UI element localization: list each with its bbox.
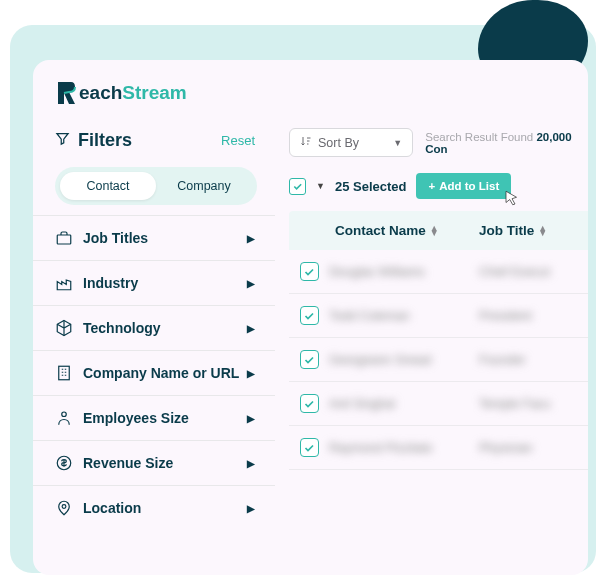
table-header: Contact Name ▲▼ Job Title ▲▼ <box>289 211 588 250</box>
table-row[interactable]: Todd Coleman President <box>289 294 588 338</box>
chevron-right-icon: ▶ <box>247 458 255 469</box>
cube-icon <box>55 319 73 337</box>
sort-arrows-icon: ▲▼ <box>538 226 547 236</box>
sort-label: Sort By <box>318 136 359 150</box>
svg-rect-1 <box>59 366 70 380</box>
filter-icon <box>55 130 70 151</box>
filter-label: Employees Size <box>83 410 189 426</box>
filter-company-name[interactable]: Company Name or URL ▶ <box>33 350 275 395</box>
tab-company[interactable]: Company <box>156 172 252 200</box>
selected-count: 25 Selected <box>335 179 407 194</box>
logo-text-1: each <box>79 82 122 104</box>
contact-name: Todd Coleman <box>329 309 479 323</box>
job-title: Physician <box>479 441 588 455</box>
pin-icon <box>55 499 73 517</box>
contact-name: Anil Singhal <box>329 397 479 411</box>
filter-label: Location <box>83 500 141 516</box>
building-icon <box>55 364 73 382</box>
app-panel: eachStream Filters Reset Contact Company <box>33 60 588 575</box>
select-dropdown-caret[interactable]: ▼ <box>316 181 325 191</box>
tab-contact[interactable]: Contact <box>60 172 156 200</box>
job-title: Founder <box>479 353 588 367</box>
filter-label: Technology <box>83 320 161 336</box>
sort-arrows-icon: ▲▼ <box>430 226 439 236</box>
job-title: Temple Facu <box>479 397 588 411</box>
row-checkbox[interactable] <box>300 438 319 457</box>
filter-industry[interactable]: Industry ▶ <box>33 260 275 305</box>
row-checkbox[interactable] <box>300 350 319 369</box>
contact-name: Douglas Williams <box>329 265 479 279</box>
sort-by-dropdown[interactable]: Sort By ▼ <box>289 128 413 157</box>
logo-mark-icon <box>55 80 77 106</box>
cursor-icon <box>503 189 521 209</box>
table-row[interactable]: Anil Singhal Temple Facu <box>289 382 588 426</box>
filter-employees-size[interactable]: Employees Size ▶ <box>33 395 275 440</box>
filter-label: Revenue Size <box>83 455 173 471</box>
brand-logo: eachStream <box>55 80 588 106</box>
table-row[interactable]: Georgeann Snead Founder <box>289 338 588 382</box>
filter-label: Job Titles <box>83 230 148 246</box>
svg-rect-0 <box>57 235 71 244</box>
filter-location[interactable]: Location ▶ <box>33 485 275 530</box>
dollar-icon <box>55 454 73 472</box>
filter-revenue-size[interactable]: Revenue Size ▶ <box>33 440 275 485</box>
chevron-right-icon: ▶ <box>247 233 255 244</box>
briefcase-icon <box>55 229 73 247</box>
results-panel: Sort By ▼ Search Result Found 20,000 Con… <box>275 124 588 530</box>
chevron-right-icon: ▶ <box>247 323 255 334</box>
reset-button[interactable]: Reset <box>221 133 255 148</box>
row-checkbox[interactable] <box>300 306 319 325</box>
filter-label: Company Name or URL <box>83 365 239 381</box>
svg-point-2 <box>62 412 67 417</box>
chevron-down-icon: ▼ <box>393 138 402 148</box>
logo-text-2: Stream <box>122 82 186 104</box>
table-row[interactable]: Raymond Pizzitalo Physician <box>289 426 588 470</box>
plus-icon: + <box>428 180 435 192</box>
chevron-right-icon: ▶ <box>247 368 255 379</box>
column-job-title[interactable]: Job Title ▲▼ <box>479 223 588 238</box>
job-title: Chief Execut <box>479 265 588 279</box>
search-result-count: Search Result Found 20,000 Con <box>425 131 588 155</box>
filter-technology[interactable]: Technology ▶ <box>33 305 275 350</box>
column-contact-name[interactable]: Contact Name ▲▼ <box>329 223 479 238</box>
svg-point-4 <box>62 505 66 509</box>
add-to-list-button[interactable]: + Add to List <box>416 173 511 199</box>
chevron-right-icon: ▶ <box>247 503 255 514</box>
contact-name: Georgeann Snead <box>329 353 479 367</box>
filter-type-toggle: Contact Company <box>55 167 257 205</box>
factory-icon <box>55 274 73 292</box>
row-checkbox[interactable] <box>300 262 319 281</box>
row-checkbox[interactable] <box>300 394 319 413</box>
table-row[interactable]: Douglas Williams Chief Execut <box>289 250 588 294</box>
contact-name: Raymond Pizzitalo <box>329 441 479 455</box>
filter-job-titles[interactable]: Job Titles ▶ <box>33 215 275 260</box>
chevron-right-icon: ▶ <box>247 413 255 424</box>
sort-icon <box>300 135 312 150</box>
person-icon <box>55 409 73 427</box>
filters-heading: Filters <box>78 130 132 151</box>
chevron-right-icon: ▶ <box>247 278 255 289</box>
filter-label: Industry <box>83 275 138 291</box>
filters-sidebar: Filters Reset Contact Company Job Titles… <box>33 124 275 530</box>
job-title: President <box>479 309 588 323</box>
select-all-checkbox[interactable] <box>289 178 306 195</box>
